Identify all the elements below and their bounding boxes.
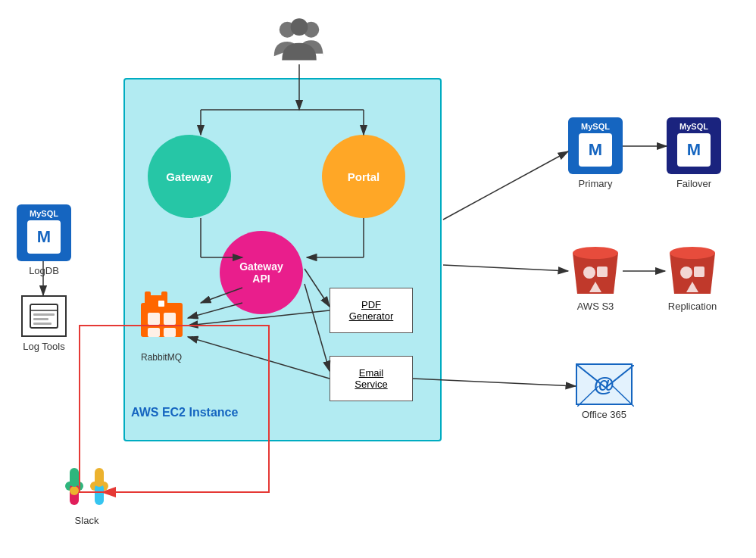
mysql-primary-icon: MySQL M Primary <box>568 117 623 189</box>
portal-node: Portal <box>322 135 405 218</box>
architecture-diagram: AWS EC2 Instance Gateway Portal GatewayA… <box>0 0 756 558</box>
logtools-icon: Log Tools <box>21 295 67 352</box>
office365-icon: @ Office 365 <box>576 363 633 420</box>
svg-point-28 <box>573 247 618 259</box>
svg-point-32 <box>670 247 715 259</box>
svg-rect-7 <box>158 301 164 307</box>
rabbitmq-icon <box>135 291 188 348</box>
svg-line-56 <box>443 151 568 220</box>
rabbitmq-label: RabbitMQ <box>127 352 195 363</box>
mysql-failover-icon: MySQL M Failover <box>667 117 721 189</box>
users-icon <box>273 14 326 67</box>
slack-icon: Slack <box>62 462 111 526</box>
svg-rect-15 <box>33 318 48 320</box>
svg-rect-11 <box>164 328 176 337</box>
aws-s3-icon: AWS S3 <box>568 242 623 312</box>
svg-rect-14 <box>33 313 55 316</box>
svg-point-29 <box>583 267 595 279</box>
svg-point-25 <box>70 478 79 487</box>
replication-icon: Replication <box>665 242 720 312</box>
svg-rect-10 <box>148 328 160 337</box>
svg-rect-30 <box>597 267 608 277</box>
svg-rect-8 <box>148 313 160 325</box>
svg-line-58 <box>443 265 568 271</box>
logdb-icon: MySQL M LogDB <box>17 204 71 276</box>
svg-line-37 <box>613 386 634 407</box>
svg-point-2 <box>291 18 308 36</box>
svg-point-26 <box>95 486 104 495</box>
svg-rect-34 <box>694 267 704 277</box>
svg-point-27 <box>95 478 104 487</box>
gateway-api-node: GatewayAPI <box>220 231 303 314</box>
ec2-label: AWS EC2 Instance <box>131 406 238 419</box>
svg-line-36 <box>577 386 598 407</box>
svg-rect-9 <box>164 313 176 325</box>
pdf-generator-box: PDFGenerator <box>330 288 413 333</box>
svg-rect-16 <box>33 323 52 325</box>
email-service-box: EmailService <box>330 356 413 401</box>
svg-point-24 <box>70 486 79 495</box>
gateway-node: Gateway <box>148 135 231 218</box>
svg-point-33 <box>680 267 692 279</box>
svg-rect-5 <box>145 291 151 305</box>
